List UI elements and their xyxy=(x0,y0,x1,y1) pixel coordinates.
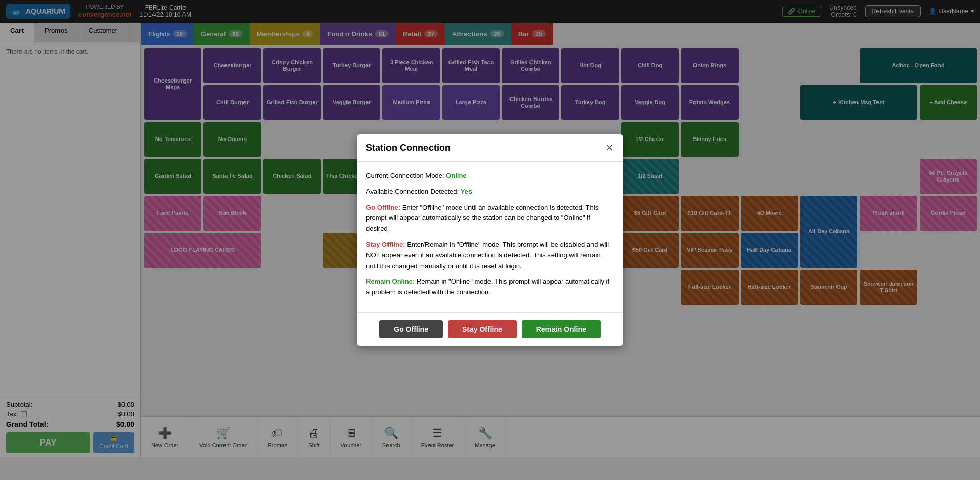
modal-footer: Go Offline Stay Offline Remain Online xyxy=(357,312,623,346)
go-offline-desc: Go Offline: Enter "Offline" mode until a… xyxy=(366,203,614,234)
modal-close-button[interactable]: ✕ xyxy=(605,142,614,154)
modal-overlay: Station Connection ✕ Current Connection … xyxy=(0,0,980,480)
available-value: Yes xyxy=(461,188,472,195)
modal-body: Current Connection Mode: Online Availabl… xyxy=(357,162,623,312)
stay-offline-label: Stay Offline: xyxy=(366,241,405,248)
go-offline-text: Enter "Offline" mode until an available … xyxy=(366,204,598,233)
remain-online-label: Remain Online: xyxy=(366,277,415,285)
modal-title: Station Connection xyxy=(366,143,451,153)
available-label: Available Connection Detected: xyxy=(366,188,459,195)
stay-offline-button[interactable]: Stay Offline xyxy=(448,320,517,338)
stay-offline-desc: Stay Offline: Enter/Remain in "Offline" … xyxy=(366,239,614,271)
remain-online-button[interactable]: Remain Online xyxy=(522,320,601,338)
current-mode-label: Current Connection Mode: xyxy=(366,172,444,179)
current-mode-value: Online xyxy=(446,172,466,179)
go-offline-label: Go Offline: xyxy=(366,204,400,211)
current-mode-line: Current Connection Mode: Online xyxy=(366,171,614,182)
modal-header: Station Connection ✕ xyxy=(357,134,623,162)
go-offline-button[interactable]: Go Offline xyxy=(379,320,443,338)
remain-online-desc: Remain Online: Remain in "Online" mode. … xyxy=(366,276,614,298)
available-line: Available Connection Detected: Yes xyxy=(366,187,614,197)
station-connection-modal: Station Connection ✕ Current Connection … xyxy=(357,134,623,346)
